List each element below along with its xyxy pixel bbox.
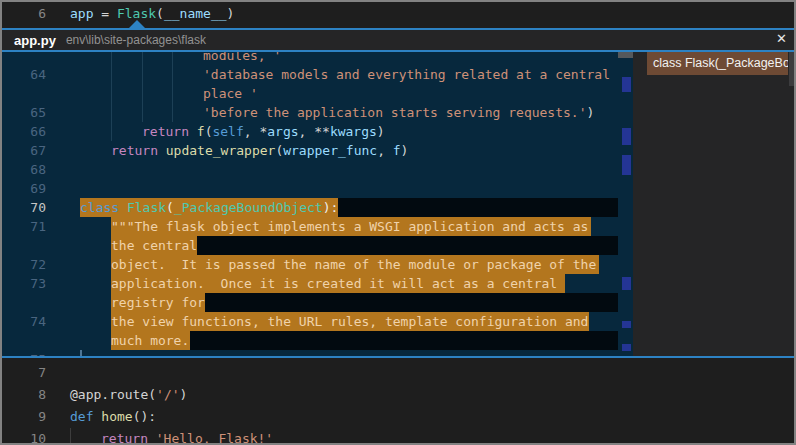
code-row: 8@app.route('/') xyxy=(0,384,796,406)
selection-end-strip xyxy=(197,236,618,255)
scrollbar-thumb xyxy=(618,52,633,58)
code-text: much more. xyxy=(111,331,189,350)
line-number: 69 xyxy=(0,179,46,198)
editor-bottom: 78@app.route('/')9def home():10return 'H… xyxy=(0,358,796,445)
code-row: 73application. Once it is created it wil… xyxy=(0,274,633,293)
code-row: 6app = Flask(__name__) xyxy=(0,3,796,25)
line-number: 8 xyxy=(0,384,46,406)
line-number: 67 xyxy=(0,141,46,160)
indent-guide xyxy=(172,103,173,122)
peek-body: modules, '64'database models and everyth… xyxy=(0,52,796,356)
code-row: 10return 'Hello, Flask!' xyxy=(0,428,796,445)
code-text: modules, ' xyxy=(203,52,281,65)
editor-top: 6app = Flask(__name__) xyxy=(0,0,796,28)
code-text: return f(self, *args, **kwargs) xyxy=(142,122,385,141)
code-text: @app.route('/') xyxy=(70,384,187,406)
code-text: object. It is passed the name of the mod… xyxy=(111,255,596,274)
code-text: application. Once it is created it will … xyxy=(111,274,557,293)
ruler-selection-mark xyxy=(622,77,631,92)
editor-bottom-lines[interactable]: 78@app.route('/')9def home():10return 'H… xyxy=(0,358,796,445)
peek-file-path: env\lib\site-packages\flask xyxy=(66,33,206,47)
peek-title: app.py xyxy=(14,33,56,48)
indent-guide xyxy=(111,65,112,84)
indent-guide xyxy=(111,84,112,103)
ruler-selection-mark xyxy=(622,128,631,145)
peek-definition-widget: app.py env\lib\site-packages\flask ✕ mod… xyxy=(0,28,796,358)
reference-item-selected[interactable]: class Flask(_PackageBo.. xyxy=(647,52,788,75)
peek-editor[interactable]: modules, '64'database models and everyth… xyxy=(0,52,633,356)
selection-end-strip xyxy=(338,198,618,217)
code-row: modules, ' xyxy=(0,52,633,65)
code-row: registry for xyxy=(0,293,633,312)
code-row: 71"""The flask object implements a WSGI … xyxy=(0,217,633,236)
line-number: 65 xyxy=(0,103,46,122)
indent-guide xyxy=(142,84,143,103)
code-row: 72object. It is passed the name of the m… xyxy=(0,255,633,274)
peek-header: app.py env\lib\site-packages\flask ✕ xyxy=(0,30,796,52)
code-row: 7 xyxy=(0,362,796,384)
peek-anchor-arrow xyxy=(129,20,145,28)
code-text: """The flask object implements a WSGI ap… xyxy=(111,217,588,236)
code-text: 'before the application starts serving r… xyxy=(203,103,594,122)
close-icon[interactable]: ✕ xyxy=(776,31,787,46)
indent-guide xyxy=(172,52,173,65)
reference-item-label: class Flask(_PackageBo.. xyxy=(653,56,788,70)
code-row: 69 xyxy=(0,179,633,198)
line-number: 72 xyxy=(0,255,46,274)
ruler-selection-mark xyxy=(622,321,631,328)
line-number: 10 xyxy=(0,428,46,445)
selection-end-strip xyxy=(205,293,618,312)
code-text: def home(): xyxy=(70,406,156,428)
code-text: class Flask(_PackageBoundObject): xyxy=(80,198,338,217)
code-row: much more. xyxy=(0,331,633,350)
code-row: 68 xyxy=(0,160,633,179)
code-row: place ' xyxy=(0,84,633,103)
code-text: registry for xyxy=(111,293,205,312)
code-row: 67return update_wrapper(wrapper_func, f) xyxy=(0,141,633,160)
editor-top-lines[interactable]: 6app = Flask(__name__) xyxy=(0,0,796,28)
line-number: 74 xyxy=(0,312,46,331)
vscode-window: 6app = Flask(__name__) app.py env\lib\si… xyxy=(0,0,796,445)
indent-guide xyxy=(172,84,173,103)
code-text: 'database models and everything related … xyxy=(203,65,610,84)
indent-guide xyxy=(142,65,143,84)
code-row: the central xyxy=(0,236,633,255)
line-number: 9 xyxy=(0,406,46,428)
ruler-selection-mark xyxy=(622,155,631,175)
indent-guide xyxy=(70,428,71,445)
indent-guide xyxy=(142,52,143,65)
indent-guide xyxy=(111,103,112,122)
code-text: the view functions, the URL rules, templ… xyxy=(111,312,588,331)
references-panel: class Flask(_PackageBo.. xyxy=(633,52,796,356)
line-number: 68 xyxy=(0,160,46,179)
indent-guide xyxy=(142,103,143,122)
line-number: 70 xyxy=(0,198,46,217)
code-text: place ' xyxy=(203,84,258,103)
code-row: 65'before the application starts serving… xyxy=(0,103,633,122)
line-number: 7 xyxy=(0,362,46,384)
line-number: 73 xyxy=(0,274,46,293)
code-row: 64'database models and everything relate… xyxy=(0,65,633,84)
code-row: 66return f(self, *args, **kwargs) xyxy=(0,122,633,141)
code-row: 9def home(): xyxy=(0,406,796,428)
references-scrollbar[interactable] xyxy=(789,52,795,86)
line-number: 66 xyxy=(0,122,46,141)
ruler-selection-mark xyxy=(622,277,631,290)
ruler-selection-mark xyxy=(622,344,631,351)
code-text: return update_wrapper(wrapper_func, f) xyxy=(111,141,408,160)
line-number: 71 xyxy=(0,217,46,236)
indent-guide xyxy=(172,65,173,84)
line-number: 64 xyxy=(0,65,46,84)
code-text: the central xyxy=(111,236,197,255)
indent-guide xyxy=(111,52,112,65)
code-text: return 'Hello, Flask!' xyxy=(101,428,273,445)
line-number: 6 xyxy=(0,3,46,25)
code-text: app = Flask(__name__) xyxy=(70,3,234,25)
indent-guide xyxy=(111,122,112,141)
selection-end-strip xyxy=(190,331,618,350)
code-row: 70class Flask(_PackageBoundObject): xyxy=(0,198,633,217)
code-row: 74the view functions, the URL rules, tem… xyxy=(0,312,633,331)
overview-ruler xyxy=(618,52,633,356)
